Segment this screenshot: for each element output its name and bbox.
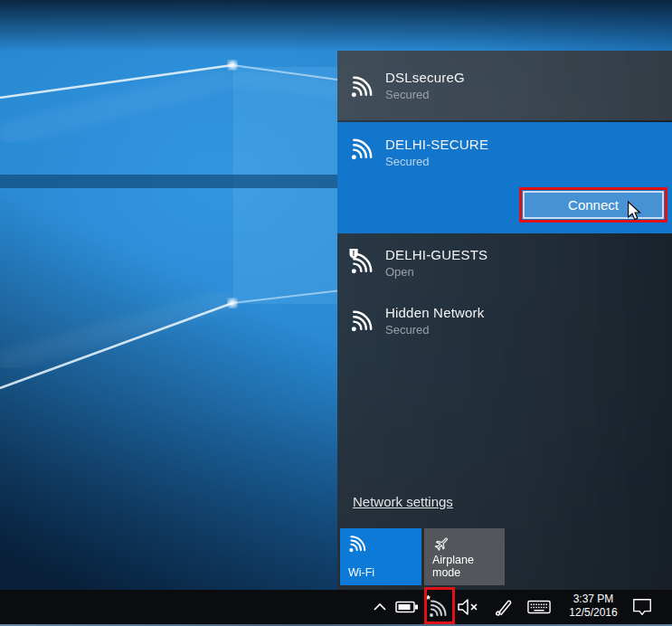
volume-button[interactable] xyxy=(457,596,480,618)
network-row-delhi-guests[interactable]: ! DELHI-GUESTS Open xyxy=(337,233,672,291)
network-status: Open xyxy=(385,265,487,279)
wifi-signal-icon xyxy=(350,137,375,160)
wifi-warning-icon: ! xyxy=(350,251,375,274)
clock[interactable]: 3:37 PM 12/5/2016 xyxy=(566,593,620,620)
network-status: Secured xyxy=(385,88,465,101)
taskbar: * 3:37 PM 12/5/2016 xyxy=(0,590,672,624)
network-row-hidden-network[interactable]: Hidden Network Secured xyxy=(337,291,672,349)
touch-keyboard-button[interactable] xyxy=(527,596,551,618)
airplane-icon xyxy=(432,534,452,553)
mouse-cursor xyxy=(626,201,642,221)
network-status: Secured xyxy=(385,155,488,168)
windows-ink-button[interactable] xyxy=(492,596,516,618)
screen: DSLsecureG Secured DELHI-SECURE Secured … xyxy=(0,0,672,626)
keyboard-icon xyxy=(527,598,551,616)
network-name: DELHI-GUESTS xyxy=(385,247,487,262)
action-center-button[interactable] xyxy=(630,596,654,618)
show-hidden-icons-button[interactable] xyxy=(368,596,392,618)
volume-muted-icon xyxy=(458,598,479,616)
network-name: DSLsecureG xyxy=(385,70,465,85)
network-name: DELHI-SECURE xyxy=(385,137,488,152)
network-settings-link[interactable]: Network settings xyxy=(353,494,453,509)
chevron-up-icon xyxy=(373,602,387,612)
wifi-signal-icon xyxy=(350,74,375,98)
action-center-icon xyxy=(631,596,653,618)
warning-shield-badge: ! xyxy=(349,249,357,259)
tray-wifi-annotation-box xyxy=(424,587,455,624)
clock-date: 12/5/2016 xyxy=(566,606,620,620)
battery-status-button[interactable] xyxy=(395,596,419,618)
network-name: Hidden Network xyxy=(385,305,485,320)
svg-text:!: ! xyxy=(353,249,355,258)
connect-annotation-box: Connect xyxy=(519,187,667,223)
pen-icon xyxy=(494,597,514,617)
connect-button[interactable]: Connect xyxy=(523,191,664,219)
network-status: Secured xyxy=(385,323,485,337)
clock-time: 3:37 PM xyxy=(566,593,620,606)
wifi-icon xyxy=(348,534,368,553)
network-row-delhi-secure[interactable]: DELHI-SECURE Secured Connect xyxy=(337,122,672,233)
wifi-signal-icon xyxy=(350,308,375,332)
battery-icon xyxy=(395,600,419,614)
network-row-dslsecureg[interactable]: DSLsecureG Secured xyxy=(337,51,672,120)
airplane-tile-label: Airplane mode xyxy=(432,554,505,579)
airplane-mode-tile[interactable]: Airplane mode xyxy=(424,528,505,585)
wifi-toggle-tile[interactable]: Wi-Fi xyxy=(340,528,421,585)
wifi-network-flyout: DSLsecureG Secured DELHI-SECURE Secured … xyxy=(337,51,672,590)
wifi-tile-label: Wi-Fi xyxy=(348,566,374,579)
